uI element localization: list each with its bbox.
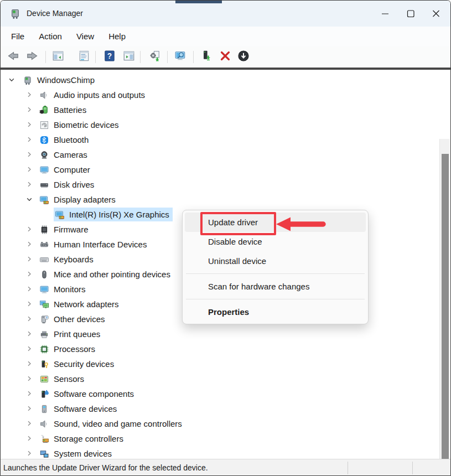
vertical-scrollbar[interactable] <box>439 139 450 459</box>
menu-file[interactable]: File <box>4 27 32 46</box>
tree-item-sound-video-and-game-controllers[interactable]: Sound, video and game controllers <box>1 416 439 431</box>
disable-device-button[interactable] <box>236 49 251 65</box>
tree-item-display-adapters[interactable]: Display adapters <box>1 192 439 207</box>
tree-item-processors[interactable]: Processors <box>1 342 439 356</box>
chevron-down-icon[interactable] <box>7 75 16 84</box>
context-menu-item-properties[interactable]: Properties <box>185 302 366 322</box>
tree-item-software-devices[interactable]: Software devices <box>1 401 439 416</box>
tree-item-content[interactable]: Storage controllers <box>38 432 127 446</box>
forward-button[interactable] <box>24 49 40 65</box>
tree-item-content[interactable]: Keyboards <box>38 252 97 266</box>
help-button[interactable]: ? <box>102 49 117 65</box>
scrollbar-thumb[interactable] <box>442 154 449 459</box>
context-menu-item-uninstall-device[interactable]: Uninstall device <box>185 251 366 271</box>
show-console-tree-button[interactable] <box>50 49 66 65</box>
chevron-right-icon[interactable] <box>25 284 34 293</box>
context-menu-separator <box>186 299 365 299</box>
tree-selection[interactable]: Intel(R) Iris(R) Xe Graphics <box>54 208 173 221</box>
chevron-right-icon[interactable] <box>25 434 34 443</box>
chevron-right-icon[interactable] <box>25 329 34 338</box>
chevron-right-icon[interactable] <box>25 299 34 308</box>
processor-icon <box>39 344 49 354</box>
back-button[interactable] <box>6 49 21 65</box>
close-button[interactable] <box>423 1 449 27</box>
tree-item-content[interactable]: Cameras <box>38 148 91 162</box>
tree-item-computer[interactable]: Computer <box>1 162 439 177</box>
tree-item-disk-drives[interactable]: Disk drives <box>1 177 439 192</box>
chevron-right-icon[interactable] <box>25 225 34 234</box>
tree-item-content[interactable]: Batteries <box>38 103 90 117</box>
tree-item-print-queues[interactable]: Print queues <box>1 327 439 342</box>
tree-item-content[interactable]: Sensors <box>38 372 87 386</box>
toolbar-separator <box>95 51 96 63</box>
chevron-right-icon[interactable] <box>25 359 34 368</box>
display-icon <box>39 195 49 205</box>
tree-item-content[interactable]: Security devices <box>38 357 117 371</box>
chevron-right-icon[interactable] <box>25 165 34 174</box>
show-action-pane-button[interactable] <box>121 49 137 65</box>
tree-item-content[interactable]: WindowsChimp <box>22 73 98 87</box>
chevron-right-icon[interactable] <box>25 344 34 353</box>
chevron-right-icon[interactable] <box>25 374 34 383</box>
tree-item-label: Batteries <box>54 105 86 115</box>
chevron-right-icon[interactable] <box>25 419 34 428</box>
tree-item-content[interactable]: Mice and other pointing devices <box>38 267 174 281</box>
tree-item-content[interactable]: Network adapters <box>38 297 122 311</box>
chevron-right-icon[interactable] <box>25 135 34 144</box>
tree-item-software-components[interactable]: Software components <box>1 386 439 401</box>
properties-button[interactable] <box>76 49 92 65</box>
tree-item-sensors[interactable]: Sensors <box>1 371 439 386</box>
tree-item-content[interactable]: Biometric devices <box>38 118 122 132</box>
tree-item-content[interactable]: Sound, video and game controllers <box>38 417 185 431</box>
menu-view[interactable]: View <box>69 27 101 46</box>
chevron-right-icon[interactable] <box>25 180 34 189</box>
tree-item-bluetooth[interactable]: Bluetooth <box>1 132 439 147</box>
chevron-right-icon[interactable] <box>25 404 34 413</box>
chevron-right-icon[interactable] <box>25 389 34 398</box>
uninstall-device-button[interactable] <box>217 49 233 65</box>
tree-item-batteries[interactable]: Batteries <box>1 102 439 117</box>
tree-item-content[interactable]: Disk drives <box>38 178 97 192</box>
tree-item-cameras[interactable]: Cameras <box>1 147 439 162</box>
chevron-right-icon[interactable] <box>25 120 34 129</box>
tree-item-audio-inputs-and-outputs[interactable]: Audio inputs and outputs <box>1 87 439 102</box>
tree-item-content[interactable]: Bluetooth <box>38 133 92 147</box>
chevron-right-icon[interactable] <box>25 90 34 99</box>
chevron-right-icon[interactable] <box>25 105 34 114</box>
tree-item-content[interactable]: Computer <box>38 163 94 177</box>
tree-item-content[interactable]: Human Interface Devices <box>38 237 150 251</box>
tree-item-content[interactable]: Print queues <box>38 327 103 341</box>
chevron-right-icon[interactable] <box>25 150 34 159</box>
chevron-right-icon[interactable] <box>25 314 34 323</box>
scan-hardware-changes-button[interactable] <box>173 49 188 65</box>
tree-item-content[interactable]: ?Other devices <box>38 312 108 326</box>
menu-help[interactable]: Help <box>101 27 133 46</box>
chevron-right-icon[interactable] <box>25 240 34 249</box>
tree-item-content[interactable]: Audio inputs and outputs <box>38 88 148 102</box>
maximize-button[interactable] <box>398 1 423 27</box>
tree-item-biometric-devices[interactable]: Biometric devices <box>1 117 439 132</box>
tree-item-content[interactable]: Firmware <box>38 223 92 236</box>
annotation-highlight-box <box>200 212 276 235</box>
context-menu-item-scan-for-hardware-changes[interactable]: Scan for hardware changes <box>185 277 366 296</box>
chevron-right-icon[interactable] <box>25 255 34 263</box>
update-driver-software-button[interactable] <box>147 49 163 65</box>
tree-item-content[interactable]: Software devices <box>38 402 120 416</box>
tree-item-content[interactable]: Display adapters <box>38 193 119 206</box>
tree-item-content[interactable]: Monitors <box>38 282 89 296</box>
tree-item-windowschimp[interactable]: WindowsChimp <box>1 73 439 87</box>
chevron-down-icon[interactable] <box>25 195 34 204</box>
tree-item-content[interactable]: Processors <box>38 342 99 356</box>
tree-item-security-devices[interactable]: Security devices <box>1 356 439 371</box>
tree-item-label: Print queues <box>54 329 100 339</box>
tree-item-content[interactable]: System devices <box>38 447 115 459</box>
update-driver-button[interactable] <box>198 49 214 65</box>
chevron-right-icon[interactable] <box>25 270 34 278</box>
menu-action[interactable]: Action <box>32 27 69 46</box>
minimize-button[interactable] <box>372 1 398 27</box>
chevron-right-icon[interactable] <box>25 449 34 458</box>
tree-item-system-devices[interactable]: System devices <box>1 446 439 459</box>
tree-item-label: Sound, video and game controllers <box>54 419 182 428</box>
tree-item-storage-controllers[interactable]: Storage controllers <box>1 431 439 446</box>
tree-item-content[interactable]: Software components <box>38 387 137 401</box>
